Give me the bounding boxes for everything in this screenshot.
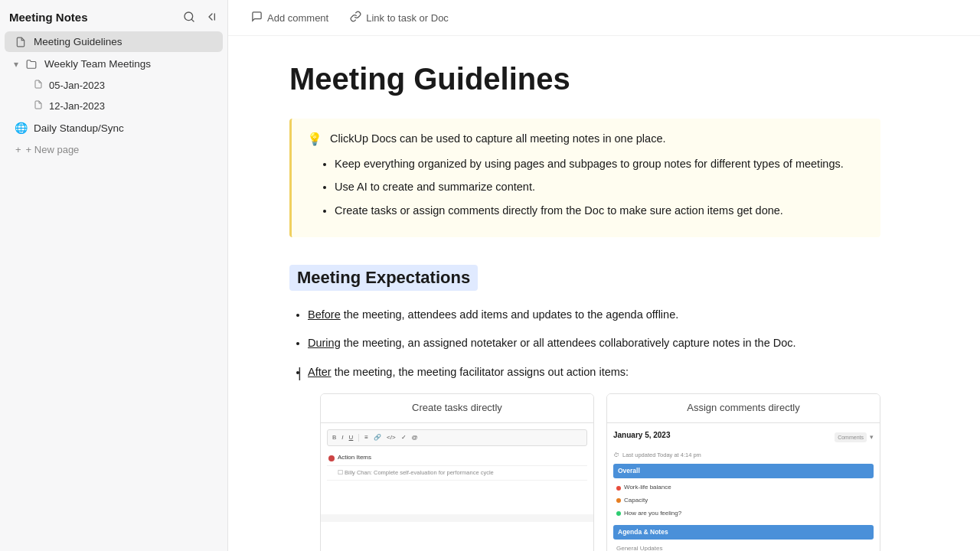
link-button[interactable]: Link to task or Doc <box>345 8 453 28</box>
sidebar-header: Meeting Notes <box>0 6 227 31</box>
svg-line-1 <box>191 19 194 21</box>
task-screen-mock: B I U ≡ 🔗 </> ✓ @ <box>321 422 593 514</box>
chevron-down-icon: ▾ <box>14 59 18 70</box>
globe-icon: 🌐 <box>14 122 28 134</box>
status-dot <box>616 511 621 516</box>
mock-item-label: How are you feeling? <box>624 509 681 519</box>
before-text: the meeting, attendees add items and upd… <box>344 308 678 321</box>
task-row: Action Items <box>327 451 587 466</box>
mock-item-capacity: Capacity <box>613 494 874 507</box>
folder-icon <box>24 59 38 70</box>
section-heading: Meeting Expectations <box>289 265 478 291</box>
mock-expand-btn: ▾ <box>870 432 874 442</box>
sidebar-item-label: Weekly Team Meetings <box>44 58 214 70</box>
bold-btn: B <box>331 432 338 444</box>
expectations-list: Before the meeting, attendees add items … <box>308 306 880 551</box>
code-btn: </> <box>385 432 397 444</box>
callout-main-text: ClickUp Docs can be used to capture all … <box>330 131 665 148</box>
list-item: Before the meeting, attendees add items … <box>308 306 880 324</box>
task-toolbar-mock: B I U ≡ 🔗 </> ✓ @ <box>327 429 587 447</box>
main-content: Add comment Link to task or Doc Meeting … <box>228 0 980 551</box>
link-label: Link to task or Doc <box>366 12 449 24</box>
during-text: the meeting, an assigned notetaker or al… <box>344 337 796 349</box>
during-label: During <box>308 337 341 349</box>
comment-screen-mock: January 5, 2023 Comments ▾ ⏱Last updated… <box>607 422 880 551</box>
new-page-button[interactable]: + + New page <box>5 140 223 159</box>
mock-item-feeling: How are you feeling? <box>613 507 874 520</box>
search-icon <box>183 11 195 23</box>
assign-comments-body: January 5, 2023 Comments ▾ ⏱Last updated… <box>607 422 880 551</box>
mention-btn: @ <box>410 432 420 444</box>
doc-toolbar: Add comment Link to task or Doc <box>228 0 980 36</box>
doc-body: Meeting Guidelines 💡 ClickUp Docs can be… <box>228 36 917 551</box>
doc-title: Meeting Guidelines <box>289 60 880 97</box>
mock-last-updated: ⏱Last updated Today at 4:14 pm <box>613 451 874 460</box>
sidebar-item-daily-standup[interactable]: 🌐 Daily Standup/Sync <box>5 117 223 139</box>
add-comment-label: Add comment <box>267 12 328 24</box>
plus-icon: + <box>15 144 21 155</box>
list-item: Keep everything organized by using pages… <box>335 155 865 172</box>
sidebar-item-05-jan-2023[interactable]: 05-Jan-2023 <box>5 76 223 95</box>
doc-icon <box>14 37 28 47</box>
create-tasks-title: Create tasks directly <box>321 394 593 422</box>
list-item: Create tasks or assign comments directly… <box>335 202 865 219</box>
section-heading-wrapper: Meeting Expectations <box>289 265 880 291</box>
subdoc-icon <box>34 100 43 112</box>
assign-comments-card: Assign comments directly January 5, 2023… <box>606 393 880 551</box>
sidebar-item-12-jan-2023[interactable]: 12-Jan-2023 <box>5 96 223 116</box>
task-row: ☐ Billy Chan: Complete self-evaluation f… <box>327 466 587 481</box>
new-page-label: + New page <box>26 144 80 155</box>
sidebar-nav: Meeting Guidelines ▾ Weekly Team Meeting… <box>0 31 227 160</box>
callout-box: 💡 ClickUp Docs can be used to capture al… <box>289 119 880 237</box>
task-status-dot <box>328 455 335 461</box>
link-icon <box>350 11 361 24</box>
list-btn: ≡ <box>363 432 370 444</box>
callout-header: 💡 ClickUp Docs can be used to capture al… <box>307 131 865 148</box>
agenda-section-bar: Agenda & Notes <box>613 525 874 540</box>
sidebar-title: Meeting Notes <box>9 11 88 24</box>
sidebar: Meeting Notes Meeting Guidelines <box>0 0 228 551</box>
mock-item-label: Work-life balance <box>624 483 671 493</box>
add-comment-button[interactable]: Add comment <box>247 8 333 28</box>
collapse-sidebar-button[interactable] <box>203 9 218 24</box>
mock-item-label: Capacity <box>624 496 648 506</box>
after-text: the meeting, the meeting facilitator ass… <box>335 366 629 378</box>
collapse-icon <box>204 11 217 23</box>
after-label: After <box>308 366 332 378</box>
callout-list: Keep everything organized by using pages… <box>335 155 865 219</box>
comment-icon <box>251 11 263 24</box>
lightbulb-icon: 💡 <box>307 132 322 146</box>
divider <box>358 434 359 442</box>
create-tasks-card: Create tasks directly B I U ≡ 🔗 <box>320 393 594 551</box>
sidebar-item-meeting-guidelines[interactable]: Meeting Guidelines <box>5 31 223 52</box>
sidebar-item-label: 05-Jan-2023 <box>49 80 105 91</box>
mock-item-work-life: Work-life balance <box>613 481 874 494</box>
create-tasks-body: B I U ≡ 🔗 </> ✓ @ <box>321 422 593 522</box>
task-btn: ✓ <box>400 432 408 444</box>
mock-date: January 5, 2023 <box>613 429 671 442</box>
sidebar-item-label: Meeting Guidelines <box>34 36 214 47</box>
search-button[interactable] <box>181 9 197 24</box>
sidebar-item-label: 12-Jan-2023 <box>49 100 105 112</box>
list-item: During the meeting, an assigned notetake… <box>308 334 880 352</box>
overall-section-bar: Overall <box>613 464 874 479</box>
list-item: Use AI to create and summarize content. <box>335 178 865 195</box>
mock-item-general: General Updates <box>613 543 874 551</box>
assign-comments-title: Assign comments directly <box>607 394 880 422</box>
sidebar-toolbar <box>181 9 218 24</box>
mock-item-label: General Updates <box>616 544 662 551</box>
mock-comments-label: Comments <box>835 432 867 442</box>
italic-btn: I <box>340 432 345 444</box>
sidebar-item-weekly-team-meetings[interactable]: ▾ Weekly Team Meetings <box>5 54 223 74</box>
status-dot <box>616 486 621 491</box>
task-sub-mock: ☐ Billy Chan: Complete self-evaluation f… <box>338 468 494 478</box>
link-btn: 🔗 <box>372 432 383 444</box>
list-item: After the meeting, the meeting facilitat… <box>308 364 880 551</box>
task-name-mock: Action Items <box>338 453 371 463</box>
sidebar-item-label: Daily Standup/Sync <box>34 122 214 134</box>
status-dot <box>616 498 621 503</box>
before-label: Before <box>308 308 341 321</box>
image-grid: Create tasks directly B I U ≡ 🔗 <box>320 393 880 551</box>
underline-btn: U <box>348 432 355 444</box>
subdoc-icon <box>34 80 43 91</box>
